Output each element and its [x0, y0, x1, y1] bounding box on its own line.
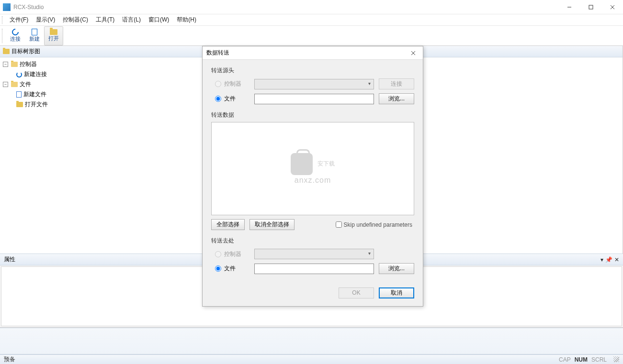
open-folder-icon — [50, 29, 57, 35]
status-ready: 预备 — [4, 355, 15, 364]
toolbar-new-label: 新建 — [29, 35, 40, 43]
tree-label: 新建文件 — [23, 90, 46, 99]
panel-dropdown-icon[interactable]: ▾ — [600, 256, 603, 263]
dialog-footer: OK 取消 — [203, 284, 423, 306]
dialog-close-button[interactable] — [408, 48, 419, 58]
toolbar-open-label: 打开 — [48, 35, 59, 42]
folder-icon — [3, 49, 10, 54]
dest-group: 转送去处 控制器 文件 浏览... — [211, 237, 414, 274]
tree-title: 目标树形图 — [11, 47, 40, 55]
status-cap: CAP — [559, 356, 571, 363]
toolbar-open-button[interactable]: 打开 — [44, 26, 63, 45]
toolbar-connect-label: 连接 — [10, 35, 21, 43]
title-bar: RCX-Studio — [0, 0, 623, 14]
data-transfer-dialog: 数据转送 转送源头 控制器 连接 文件 浏览... — [202, 46, 423, 307]
toolbar-new-button[interactable]: 新建 — [25, 26, 44, 45]
resize-grip-icon[interactable] — [613, 356, 619, 362]
watermark-lock-icon — [291, 153, 313, 175]
toolbar: 连接 新建 打开 — [0, 26, 623, 46]
dest-radio-controller[interactable]: 控制器 — [215, 250, 249, 258]
panel-pin-icon[interactable]: 📌 — [605, 256, 612, 263]
toolbar-connect-button[interactable]: 连接 — [6, 26, 25, 45]
folder-icon — [16, 102, 23, 107]
source-radio-file-input[interactable] — [215, 96, 221, 102]
dest-group-label: 转送去处 — [211, 237, 414, 245]
app-title: RCX-Studio — [13, 4, 44, 11]
menu-grip-icon — [2, 16, 4, 24]
skip-undefined-checkbox[interactable]: Skip undefined parameters — [336, 221, 412, 228]
file-icon — [16, 91, 22, 98]
deselect-all-button[interactable]: 取消全部选择 — [249, 219, 295, 230]
tree-toggle-icon[interactable]: − — [3, 62, 8, 67]
source-connect-button[interactable]: 连接 — [379, 78, 414, 89]
tree-label: 控制器 — [20, 60, 37, 68]
panel-close-icon[interactable]: ✕ — [614, 256, 619, 263]
menu-window[interactable]: 窗口(W) — [145, 15, 173, 25]
source-group: 转送源头 控制器 连接 文件 浏览... — [211, 66, 414, 104]
menu-view[interactable]: 显示(V) — [32, 15, 59, 25]
source-group-label: 转送源头 — [211, 66, 414, 75]
source-radio-controller[interactable]: 控制器 — [215, 80, 249, 88]
data-list-area[interactable]: 安下载 anxz.com — [211, 122, 414, 215]
app-icon — [3, 3, 11, 11]
output-panel — [0, 328, 623, 354]
ok-button[interactable]: OK — [339, 287, 374, 298]
status-scrl: SCRL — [591, 356, 607, 363]
menu-bar: 文件(F) 显示(V) 控制器(C) 工具(T) 语言(L) 窗口(W) 帮助(… — [0, 14, 623, 26]
dest-radio-file[interactable]: 文件 — [215, 265, 249, 273]
menu-tool[interactable]: 工具(T) — [92, 15, 118, 25]
tree-toggle-icon[interactable]: − — [3, 82, 8, 87]
watermark: 安下载 anxz.com — [291, 153, 335, 185]
properties-title: 属性 — [4, 255, 15, 264]
source-radio-controller-input[interactable] — [215, 81, 221, 87]
cancel-button[interactable]: 取消 — [379, 287, 414, 298]
new-file-icon — [32, 29, 37, 35]
maximize-button[interactable] — [580, 0, 601, 14]
source-radio-file[interactable]: 文件 — [215, 95, 249, 103]
folder-icon — [11, 82, 18, 87]
toolbar-grip-icon — [2, 29, 4, 43]
tree-label: 文件 — [20, 80, 31, 88]
menu-controller[interactable]: 控制器(C) — [59, 15, 92, 25]
source-browse-button[interactable]: 浏览... — [379, 93, 414, 104]
skip-undefined-checkbox-input[interactable] — [336, 221, 342, 228]
status-num: NUM — [575, 356, 588, 363]
dialog-title: 数据转送 — [206, 49, 229, 57]
dest-file-input[interactable] — [254, 264, 374, 274]
connect-icon — [16, 72, 22, 77]
menu-help[interactable]: 帮助(H) — [173, 15, 200, 25]
data-group: 转送数据 安下载 anxz.com 全部选择 取消全部选择 Skip u — [211, 111, 414, 230]
menu-file[interactable]: 文件(F) — [6, 15, 32, 25]
source-file-input[interactable] — [254, 94, 374, 104]
select-all-button[interactable]: 全部选择 — [211, 219, 245, 230]
tree-label: 打开文件 — [25, 100, 48, 109]
dest-radio-file-input[interactable] — [215, 265, 221, 272]
dest-controller-combo[interactable] — [254, 249, 374, 259]
tree-label: 新建连接 — [24, 70, 47, 78]
data-group-label: 转送数据 — [211, 111, 414, 119]
dest-radio-controller-input[interactable] — [215, 251, 221, 257]
minimize-button[interactable] — [558, 0, 580, 14]
source-controller-combo[interactable] — [254, 79, 374, 89]
menu-language[interactable]: 语言(L) — [118, 15, 145, 25]
status-bar: 预备 CAP NUM SCRL — [0, 354, 623, 364]
folder-icon — [11, 62, 18, 67]
close-button[interactable] — [601, 0, 623, 14]
dialog-titlebar[interactable]: 数据转送 — [203, 46, 423, 60]
svg-rect-1 — [589, 5, 593, 9]
dest-browse-button[interactable]: 浏览... — [379, 263, 414, 274]
